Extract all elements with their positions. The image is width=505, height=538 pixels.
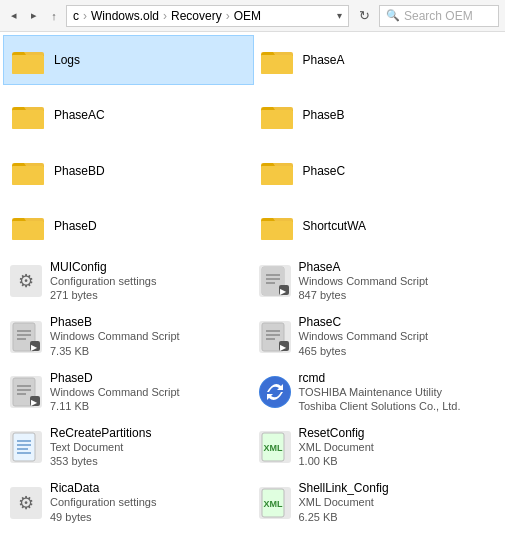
file-item-resetconfig[interactable]: XML ResetConfig XML Document 1.00 KB [253,423,502,471]
rcmd-icon [259,376,291,408]
folder-icon [259,153,295,189]
folder-name-phaseD: PhaseD [54,219,247,233]
file-grid: Logs PhaseA PhaseAC [0,32,505,538]
file-icon-resetconfig: XML [259,431,291,463]
folder-item-phaseA[interactable]: PhaseA [253,36,502,84]
file-item-phaseD-script[interactable]: ▶ PhaseD Windows Command Script 7.11 KB [4,368,253,416]
file-icon-phaseA: ▶ [259,265,291,297]
file-info-phaseA: PhaseA Windows Command Script 847 bytes [299,260,496,303]
file-info-rcmd: rcmd TOSHIBA Maintenance Utility Toshiba… [299,371,496,414]
svg-rect-1 [12,55,44,74]
file-info-shelllinkconfig: ShellLink_Config XML Document 6.25 KB [299,481,496,524]
back-button[interactable]: ◂ [6,8,22,24]
file-item-shelllinkconfig[interactable]: XML ShellLink_Config XML Document 6.25 K… [253,479,502,527]
xml-icon: XML [259,431,291,463]
search-box[interactable]: 🔍 Search OEM [379,5,499,27]
folder-item-phaseC[interactable]: PhaseC [253,147,502,195]
file-info-phaseC: PhaseC Windows Command Script 465 bytes [299,315,496,358]
svg-rect-15 [261,221,293,240]
folder-name-phaseAC: PhaseAC [54,108,247,122]
file-icon-shelllinkconfig: XML [259,487,291,519]
svg-text:XML: XML [263,443,283,453]
file-info-phaseB: PhaseB Windows Command Script 7.35 KB [50,315,247,358]
search-icon: 🔍 [386,9,400,22]
svg-text:▶: ▶ [31,398,38,407]
file-icon-phaseB: ▶ [10,321,42,353]
folder-name-phaseC: PhaseC [303,164,496,178]
folder-item-logs[interactable]: Logs [4,36,253,84]
folder-name-shortcutWA: ShortcutWA [303,219,496,233]
file-info-phaseD: PhaseD Windows Command Script 7.11 KB [50,371,247,414]
folder-item-phaseBD[interactable]: PhaseBD [4,147,253,195]
file-item-phaseA-script[interactable]: ▶ PhaseA Windows Command Script 847 byte… [253,257,502,305]
folder-name-logs: Logs [54,53,247,67]
breadcrumb[interactable]: c › Windows.old › Recovery › OEM ▾ [66,5,349,27]
address-bar: ◂ ▸ ↑ c › Windows.old › Recovery › OEM ▾… [0,0,505,32]
breadcrumb-windows-old[interactable]: Windows.old [91,9,159,23]
folder-name-phaseA: PhaseA [303,53,496,67]
svg-text:▶: ▶ [31,343,38,352]
folder-icon [10,208,46,244]
breadcrumb-recovery[interactable]: Recovery [171,9,222,23]
folder-name-phaseBD: PhaseBD [54,164,247,178]
xml-icon-shell: XML [259,487,291,519]
text-icon [10,431,42,463]
script-icon: ▶ [259,321,291,353]
svg-text:▶: ▶ [280,287,287,296]
breadcrumb-c[interactable]: c [73,9,79,23]
file-item-phaseB-script[interactable]: ▶ PhaseB Windows Command Script 7.35 KB [4,313,253,361]
folder-item-shortcutWA[interactable]: ShortcutWA [253,202,502,250]
file-item-recreatepartitions[interactable]: ReCreatePartitions Text Document 353 byt… [4,423,253,471]
forward-button[interactable]: ▸ [26,8,42,24]
folder-name-phaseB: PhaseB [303,108,496,122]
svg-point-41 [260,377,290,407]
breadcrumb-oem: OEM [234,9,261,23]
folder-icon [10,97,46,133]
folder-icon [259,42,295,78]
file-icon-phaseC: ▶ [259,321,291,353]
file-item-muiconfig[interactable]: ⚙ MUIConfig Configuration settings 271 b… [4,257,253,305]
svg-rect-7 [261,110,293,129]
file-info-ricadata: RicaData Configuration settings 49 bytes [50,481,247,524]
folder-icon [259,208,295,244]
file-info-resetconfig: ResetConfig XML Document 1.00 KB [299,426,496,469]
folder-item-phaseD[interactable]: PhaseD [4,202,253,250]
folder-item-phaseB[interactable]: PhaseB [253,91,502,139]
gear-icon: ⚙ [10,265,42,297]
file-icon-rcmd [259,376,291,408]
file-icon-phaseD: ▶ [10,376,42,408]
file-icon-ricadata: ⚙ [10,487,42,519]
script-icon: ▶ [259,265,291,297]
svg-rect-42 [13,433,35,461]
file-icon-recreatepartitions [10,431,42,463]
svg-text:▶: ▶ [280,343,287,352]
svg-rect-9 [12,166,44,185]
svg-text:XML: XML [263,499,283,509]
script-icon: ▶ [10,321,42,353]
svg-rect-5 [12,110,44,129]
up-button[interactable]: ↑ [46,8,62,24]
folder-icon [10,42,46,78]
file-info-recreatepartitions: ReCreatePartitions Text Document 353 byt… [50,426,247,469]
gear-icon-rica: ⚙ [10,487,42,519]
refresh-button[interactable]: ↻ [353,5,375,27]
folder-icon [10,153,46,189]
folder-item-phaseAC[interactable]: PhaseAC [4,91,253,139]
breadcrumb-dropdown[interactable]: ▾ [337,10,342,21]
folder-icon [259,97,295,133]
svg-rect-13 [12,221,44,240]
file-item-rcmd[interactable]: rcmd TOSHIBA Maintenance Utility Toshiba… [253,368,502,416]
file-info-muiconfig: MUIConfig Configuration settings 271 byt… [50,260,247,303]
svg-rect-3 [261,55,293,74]
file-item-ricadata[interactable]: ⚙ RicaData Configuration settings 49 byt… [4,479,253,527]
file-icon-muiconfig: ⚙ [10,265,42,297]
file-item-phaseC-script[interactable]: ▶ PhaseC Windows Command Script 465 byte… [253,313,502,361]
svg-rect-11 [261,166,293,185]
script-icon: ▶ [10,376,42,408]
search-placeholder: Search OEM [404,9,473,23]
